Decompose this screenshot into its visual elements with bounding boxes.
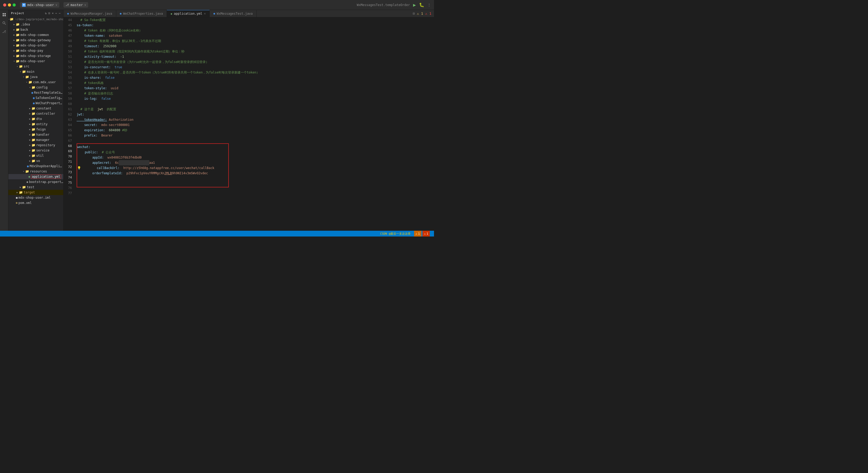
tree-item-application-yml[interactable]: ◈ application.yml (8, 174, 63, 179)
tree-item-RestTemplateConfig[interactable]: ◉ RestTemplateConfig (8, 90, 63, 95)
tab-WxMessagesManager[interactable]: ◉ WxMessagesManager.java (63, 10, 116, 17)
tree-item-repository[interactable]: ▶ 📁 repository (8, 143, 63, 148)
handler-folder-icon: 📁 (31, 133, 35, 137)
project-icon: M (22, 3, 26, 7)
src-arrow-icon: ▾ (16, 65, 19, 68)
error-count: 1 (426, 232, 428, 235)
tree-item-com-mdx-user[interactable]: ▾ 📁 com.mdx.user (8, 80, 63, 85)
tree-item-main[interactable]: ▾ 📁 main (8, 69, 63, 74)
feign-label: feign (36, 127, 45, 131)
minimize-traffic-light[interactable] (8, 3, 11, 6)
pom-xml-file-icon: ⊕ (16, 201, 18, 205)
tree-item-controller[interactable]: ▶ 📁 controller (8, 111, 63, 116)
project-selector[interactable]: M mdx-shop-user ∨ (20, 2, 59, 8)
file-tree: Project ↻ ⊟ × ⋯ — ▾ 📁 mdx-shop ~/dev-jag… (8, 10, 63, 231)
tree-item-back[interactable]: ▶ 📁 back (8, 27, 63, 32)
tree-item-order[interactable]: ▶ 📁 mdx-shop-order (8, 43, 63, 48)
warning-count: 1 (418, 232, 420, 235)
scrollbar-area[interactable] (431, 17, 434, 231)
code-area[interactable]: # Sa-Token配置 sa-token: # token 名称（同时也是co… (74, 17, 431, 231)
tree-options-icon[interactable]: ⋯ (55, 11, 57, 15)
tree-item-manager[interactable]: ▶ 📁 manager (8, 137, 63, 143)
hide-tree-icon[interactable]: — (59, 11, 61, 15)
tab-java-icon-4: ◉ (213, 12, 215, 15)
tree-item-gateway[interactable]: ▶ 📁 mdx-shop-gateway (8, 37, 63, 43)
gateway-label: mdx-shop-gateway (21, 38, 51, 42)
tree-item-dto[interactable]: ▶ 📁 dto (8, 116, 63, 121)
vo-label: vo (36, 159, 40, 163)
application-yml-label: application.yml (31, 175, 61, 179)
code-line-52: # 是否允许同一账号并发登录（为true时允许一起登录，为false时新登录挤掉… (76, 59, 431, 65)
debug-button[interactable]: 🐛 (419, 2, 424, 7)
storage-label: mdx-shop-storage (21, 54, 51, 58)
tree-item-feign[interactable]: ▶ 📁 feign (8, 127, 63, 132)
tree-item-MdxShopUserApplication[interactable]: ◉ MdxShopUserApplication (8, 164, 63, 169)
tree-item-WeChatProperties[interactable]: ◉ WeChatProperties (8, 100, 63, 106)
back-arrow-icon: ▶ (12, 28, 16, 31)
dto-label: dto (36, 117, 42, 121)
line-numbers: 44 45 46 47 48 49 50 51 52 53 54 55 56 5… (63, 17, 74, 231)
tree-item-pay[interactable]: ▶ 📁 mdx-shop-pay (8, 48, 63, 53)
tree-item-storage[interactable]: ▶ 📁 mdx-shop-storage (8, 53, 63, 59)
title-bar-right: WxMessagesTest.templateOrder ▶ 🐛 ⋮ (357, 2, 431, 8)
tree-item-constant[interactable]: ▶ 📁 constant (8, 106, 63, 111)
close-traffic-light[interactable] (3, 3, 6, 6)
search-icon[interactable] (2, 21, 7, 26)
tree-item-pom-xml[interactable]: ⊕ pom.xml (8, 200, 63, 206)
maximize-traffic-light[interactable] (12, 3, 16, 6)
tree-item-iml[interactable]: ◼ mdx-shop-user.iml (8, 195, 63, 200)
tree-item-idea[interactable]: ▶ 📁 .idea (8, 22, 63, 27)
manager-arrow-icon: ▶ (28, 139, 31, 141)
minimap-icon[interactable]: ⊡ (413, 11, 415, 16)
code-line-68: wechat: (77, 144, 228, 150)
tree-item-handler[interactable]: ▶ 📁 handler (8, 132, 63, 137)
tree-item-user[interactable]: ▾ 📁 mdx-shop-user (8, 59, 63, 64)
tab-label-3: application.yml (174, 12, 202, 16)
tree-item-SaTokenConfigure[interactable]: ◉ SaTokenConfigure (8, 95, 63, 100)
more-options-button[interactable]: ⋮ (428, 3, 431, 7)
application-yml-file-icon: ◈ (28, 175, 30, 178)
config-label: config (36, 86, 48, 89)
tree-item-vo[interactable]: ▶ 📁 vo (8, 158, 63, 164)
tree-item-src[interactable]: ▾ 📁 src (8, 64, 63, 69)
tree-item-test[interactable]: ▶ 📁 test (8, 184, 63, 190)
run-button[interactable]: ▶ (413, 2, 416, 8)
tree-item-service[interactable]: ▶ 📁 service (8, 148, 63, 153)
tree-item-entity[interactable]: ▶ 📁 entity (8, 121, 63, 127)
tab-close-icon[interactable]: × (204, 12, 206, 16)
tree-root[interactable]: ▾ 📁 mdx-shop ~/dev-jag/project_me/mdx-sh… (8, 17, 63, 22)
code-line-46: # token 名称（同时也是cookie名称） (76, 28, 431, 33)
tab-WxMessagesTest[interactable]: ◉ WxMessagesTest.java (210, 10, 257, 17)
refresh-icon[interactable]: ↻ (45, 11, 47, 15)
tree-item-util[interactable]: ▶ 📁 util (8, 153, 63, 158)
activity-bar: ⎇ (0, 10, 8, 231)
java-folder-icon: 📁 (25, 75, 29, 79)
tree-item-common[interactable]: ▶ 📁 mdx-shop-common (8, 32, 63, 37)
tab-application-yml[interactable]: ◈ application.yml × (167, 10, 210, 17)
bootstrap-props-label: bootstrap.properties (29, 180, 63, 184)
order-arrow-icon: ▶ (12, 44, 16, 47)
tree-item-bootstrap-props[interactable]: ◈ bootstrap.properties (8, 179, 63, 184)
common-label: mdx-shop-common (21, 33, 49, 37)
RestTemplateConfig-label: RestTemplateConfig (34, 91, 63, 94)
tree-item-config[interactable]: ▾ 📁 config (8, 85, 63, 90)
status-bar: CSDN @最后一支达达香 ⚠ 1 ⚠ 1 (0, 231, 434, 237)
svg-line-5 (5, 24, 6, 25)
editor-content[interactable]: 44 45 46 47 48 49 50 51 52 53 54 55 56 5… (63, 17, 434, 231)
target-label: target (24, 190, 35, 194)
pay-arrow-icon: ▶ (12, 49, 16, 52)
service-label: service (36, 149, 50, 152)
tree-item-java[interactable]: ▾ 📁 java (8, 74, 63, 80)
feign-folder-icon: 📁 (31, 127, 35, 131)
explorer-icon[interactable] (2, 12, 7, 17)
collapse-icon[interactable]: ⊟ (49, 11, 51, 15)
tree-item-resources[interactable]: ▾ 📁 resources (8, 169, 63, 174)
tree-item-target[interactable]: ▶ 📁 target (8, 190, 63, 195)
branch-selector[interactable]: ⎇ master ∨ (63, 2, 88, 8)
manager-label: manager (36, 138, 50, 142)
error-badge: ⚠ 1 (423, 231, 430, 237)
git-icon[interactable]: ⎇ (2, 29, 7, 34)
tab-WeChatProperties[interactable]: ◉ WeChatProperties.java (116, 10, 167, 17)
close-tree-icon[interactable]: × (52, 11, 54, 15)
root-folder-icon: 📁 (10, 17, 13, 21)
